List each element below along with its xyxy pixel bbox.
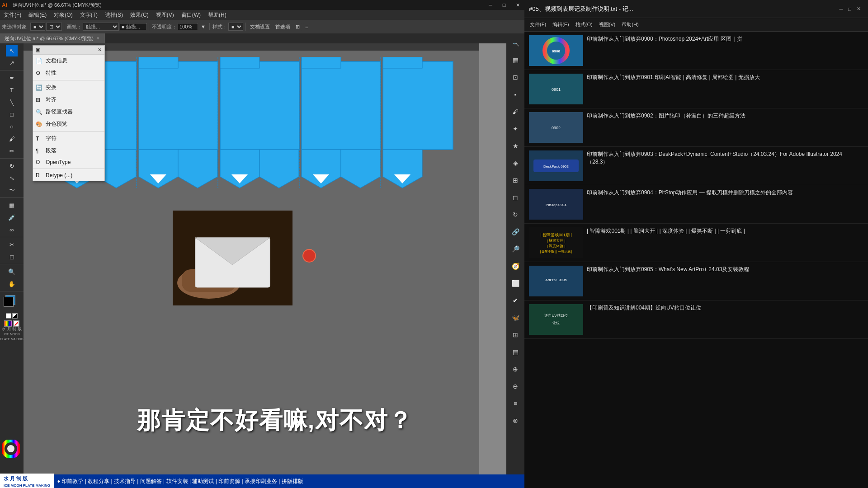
menu-effect[interactable]: 效果(C) bbox=[127, 10, 152, 20]
gradient-tool[interactable]: ▦ bbox=[6, 199, 18, 211]
gradient-swatch[interactable] bbox=[4, 320, 12, 327]
menu-help[interactable]: 帮助(H) bbox=[204, 10, 230, 20]
sidebar-icon-graphic-styles[interactable]: ★ bbox=[507, 138, 524, 154]
rotate-tool[interactable]: ↻ bbox=[6, 160, 18, 172]
brush-tool[interactable]: 🖌 bbox=[6, 133, 18, 145]
sidebar-icon-artboards[interactable]: ⊡ bbox=[507, 69, 524, 85]
right-panel-maximize[interactable]: □ bbox=[845, 5, 854, 13]
fill-select[interactable]: ■ bbox=[30, 23, 45, 31]
sidebar-icon-table[interactable]: ▤ bbox=[507, 344, 524, 360]
swap-colors[interactable] bbox=[12, 313, 18, 319]
sidebar-menu-file[interactable]: 文件(F) bbox=[528, 20, 548, 29]
menu-item-retype[interactable]: R Retype (...) bbox=[33, 170, 104, 181]
video-item-2[interactable]: 0902 印前制作从入门到放弃0902：图片陷印（补漏白）的三种超级方法 bbox=[524, 108, 868, 147]
style-select[interactable]: ■ bbox=[228, 23, 243, 31]
type-tool[interactable]: T bbox=[6, 84, 18, 96]
menu-window[interactable]: 窗口(W) bbox=[178, 10, 204, 20]
pencil-tool[interactable]: ✏ bbox=[6, 145, 18, 157]
sidebar-icon-symbols[interactable]: ✦ bbox=[507, 121, 524, 137]
warp-tool[interactable]: 〜 bbox=[6, 184, 18, 196]
sidebar-menu-view[interactable]: 视图(V) bbox=[597, 20, 618, 29]
color-wheel[interactable] bbox=[2, 440, 20, 458]
sidebar-icon-align[interactable]: ⊞ bbox=[507, 172, 524, 188]
menu-item-align[interactable]: ⊞ 对齐 bbox=[33, 94, 104, 106]
brush-select[interactable]: 触摸... bbox=[83, 23, 119, 31]
eyedropper-tool[interactable]: 💉 bbox=[6, 211, 18, 223]
sidebar-menu-edit[interactable]: 编辑(E) bbox=[551, 20, 571, 29]
right-panel-close[interactable]: ✕ bbox=[854, 5, 863, 13]
menu-item-character[interactable]: T 字符 bbox=[33, 132, 104, 145]
video-item-3[interactable]: DeskPack 0903 印前制作从入门到放弃0903：DeskPack+Dy… bbox=[524, 147, 868, 185]
none-swatch[interactable] bbox=[6, 313, 11, 319]
sidebar-icon-zoom[interactable]: 🔎 bbox=[507, 241, 524, 257]
sidebar-icon-more1[interactable]: ≡ bbox=[507, 395, 524, 412]
more-button[interactable]: ≡ bbox=[303, 23, 310, 30]
menu-item-opentype[interactable]: O OpenType bbox=[33, 157, 104, 168]
menu-view[interactable]: 视图(V) bbox=[152, 10, 178, 20]
sidebar-icon-links[interactable]: 🔗 bbox=[507, 224, 524, 240]
sidebar-icon-butterfly[interactable]: 🦋 bbox=[507, 310, 524, 326]
active-tab[interactable]: 逆向UV让位.ai* @ 66.67% (CMYK/预览) ✕ bbox=[0, 33, 105, 43]
minimize-button[interactable]: ─ bbox=[484, 0, 497, 10]
video-item-7[interactable]: 逆向UV粘口位 让位 【印刷普及知识讲解004期】逆向UV粘口位让位 bbox=[524, 300, 868, 339]
sidebar-menu-help[interactable]: 帮助(H) bbox=[620, 20, 640, 29]
preferences-button[interactable]: 首选项 bbox=[274, 23, 292, 31]
sidebar-icon-transform[interactable]: ↻ bbox=[507, 206, 524, 223]
hand-tool[interactable]: ✋ bbox=[6, 278, 18, 290]
maximize-button[interactable]: □ bbox=[497, 0, 511, 10]
sidebar-icon-swatches[interactable]: ▪ bbox=[507, 86, 524, 103]
eraser-tool[interactable]: ◻ bbox=[6, 251, 18, 263]
right-panel-minimize[interactable]: ─ bbox=[837, 5, 846, 13]
opacity-input[interactable] bbox=[178, 23, 198, 30]
video-item-5[interactable]: | 智障游戏001期 | | 脑洞大开 | | 深度体验 | | 爆笑不断 ||… bbox=[524, 224, 868, 262]
rect-tool[interactable]: □ bbox=[6, 108, 18, 120]
video-item-1[interactable]: 0901 印前制作从入门到放弃0901:印刷AI智能 | 高清修复 | 局部绘图… bbox=[524, 70, 868, 108]
menu-object[interactable]: 对象(O) bbox=[50, 10, 76, 20]
sidebar-icon-more2[interactable]: ⊗ bbox=[507, 413, 524, 429]
brush-input[interactable] bbox=[120, 23, 147, 30]
menu-item-transform[interactable]: 🔄 变换 bbox=[33, 81, 104, 94]
sidebar-icon-collapse[interactable]: ⊖ bbox=[507, 378, 524, 394]
scissors-tool[interactable]: ✂ bbox=[6, 239, 18, 250]
doc-settings-button[interactable]: 文档设置 bbox=[248, 23, 272, 31]
video-list: 0900 印前制作从入门到放弃0900：Photoshop 2024+Art应用… bbox=[524, 32, 868, 339]
sidebar-icon-appearance[interactable]: ◈ bbox=[507, 155, 524, 171]
none-fill-swatch[interactable] bbox=[13, 320, 19, 327]
menu-select[interactable]: 选择(S) bbox=[101, 10, 127, 20]
sidebar-icon-pathfinder[interactable]: ◻ bbox=[507, 189, 524, 206]
close-button[interactable]: ✕ bbox=[511, 0, 524, 10]
menu-item-properties[interactable]: ⚙ 特性 bbox=[33, 67, 104, 79]
sidebar-icon-brushes[interactable]: 🖌 bbox=[507, 103, 524, 120]
sidebar-icon-color[interactable]: ✔ bbox=[507, 292, 524, 309]
menu-edit[interactable]: 编辑(E) bbox=[25, 10, 50, 20]
line-tool[interactable]: ╲ bbox=[6, 96, 18, 108]
menu-item-separation[interactable]: 🎨 分色预览 bbox=[33, 118, 104, 130]
sidebar-icon-grid[interactable]: ⊞ bbox=[507, 327, 524, 343]
zoom-tool[interactable]: 🔍 bbox=[6, 266, 18, 277]
menu-file[interactable]: 文件(F) bbox=[0, 10, 25, 20]
stroke-select[interactable]: ⊡ bbox=[46, 23, 62, 31]
video-item-4[interactable]: PitStop 0904 印前制作从入门到放弃0904：PitStop动作应用 … bbox=[524, 185, 868, 224]
menu-type[interactable]: 文字(T) bbox=[76, 10, 101, 20]
menu-item-doc-info[interactable]: 📄 文档信息 bbox=[33, 55, 104, 67]
scale-tool[interactable]: ⤡ bbox=[6, 172, 18, 184]
fill-swatch[interactable] bbox=[4, 297, 14, 307]
sidebar-icon-sep[interactable]: ⬜ bbox=[507, 275, 524, 291]
arrange-button[interactable]: ⊞ bbox=[294, 23, 302, 31]
video-item-6[interactable]: ArtPro+ 0905 印前制作从入门到放弃0905：What's New A… bbox=[524, 262, 868, 300]
menu-item-pathfinder[interactable]: 🔍 路径查找器 bbox=[33, 106, 104, 118]
video-item-0[interactable]: 0900 印前制作从入门到放弃0900：Photoshop 2024+Art应用… bbox=[524, 32, 868, 70]
context-menu-close[interactable]: ✕ bbox=[98, 47, 102, 53]
select-tool[interactable]: ↖ bbox=[6, 45, 18, 56]
sidebar-icon-nav[interactable]: 🧭 bbox=[507, 258, 524, 274]
sidebar-menu-format[interactable]: 格式(O) bbox=[574, 20, 594, 29]
direct-select-tool[interactable]: ↗ bbox=[6, 57, 18, 69]
close-tab-icon[interactable]: ✕ bbox=[96, 36, 100, 41]
blend-tool[interactable]: ∞ bbox=[6, 224, 18, 235]
pen-tool[interactable]: ✒ bbox=[6, 72, 18, 84]
sidebar-icon-expand[interactable]: ⊕ bbox=[507, 361, 524, 377]
sidebar-icon-layers[interactable]: ▦ bbox=[507, 52, 524, 68]
opacity-arrow[interactable]: ▼ bbox=[199, 23, 208, 30]
menu-item-paragraph[interactable]: ¶ 段落 bbox=[33, 145, 104, 157]
ellipse-tool[interactable]: ○ bbox=[6, 121, 18, 132]
